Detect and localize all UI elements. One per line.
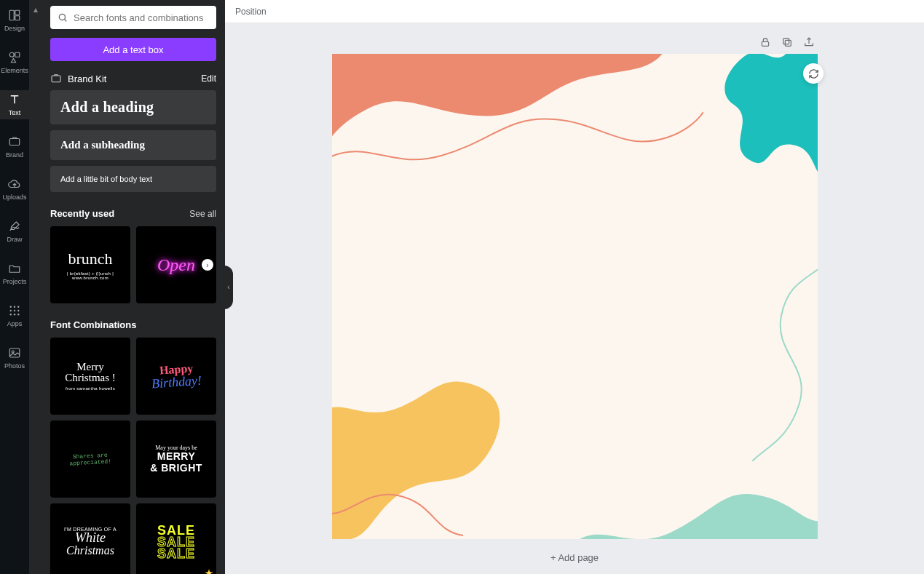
draw-icon <box>8 220 21 233</box>
tile-heading-text: Add a heading <box>60 99 206 116</box>
recent-thumb-brunch[interactable]: brunch | br(ekfast) + (l)unch | www.brun… <box>50 226 130 303</box>
carousel-next-icon[interactable]: › <box>202 259 213 271</box>
open-neon: Open <box>157 255 195 275</box>
rail-item-text[interactable]: Text <box>0 90 29 119</box>
see-all-link[interactable]: See all <box>189 209 216 219</box>
rail-item-design[interactable]: Design <box>0 6 29 35</box>
add-body-tile[interactable]: Add a little bit of body text <box>50 166 216 192</box>
rail-item-photos[interactable]: Photos <box>0 343 29 372</box>
svg-point-6 <box>10 306 12 308</box>
collapse-panel-button[interactable]: ‹ <box>224 266 233 309</box>
apps-icon <box>8 304 21 317</box>
brunch-main: brunch <box>68 250 112 268</box>
page-tools <box>759 36 815 48</box>
elements-icon <box>8 51 21 64</box>
svg-point-16 <box>12 351 14 353</box>
recent-thumb-open[interactable]: Open › <box>136 226 216 303</box>
main-area: Position <box>225 0 924 574</box>
rail-label: Projects <box>3 278 27 285</box>
sync-icon <box>808 68 819 79</box>
bright-line3: & BRIGHT <box>150 463 202 474</box>
svg-rect-5 <box>9 139 20 146</box>
svg-point-10 <box>14 310 15 311</box>
share-icon[interactable] <box>803 36 815 48</box>
search-icon <box>58 12 68 23</box>
svg-rect-1 <box>15 10 20 15</box>
combo-thumb-bright[interactable]: May your days be MERRY & BRIGHT <box>136 420 216 498</box>
svg-point-3 <box>9 52 14 57</box>
search-box[interactable] <box>50 6 216 29</box>
brand-kit-label: Brand Kit <box>68 73 106 84</box>
rail-label: Design <box>4 25 25 32</box>
svg-point-11 <box>17 310 19 311</box>
brandkit-icon <box>50 73 62 84</box>
white-line2: White <box>75 532 106 543</box>
happy-line2: Birthday! <box>151 372 202 391</box>
tile-sub-text: Add a subheading <box>60 139 206 151</box>
rail-item-brand[interactable]: Brand <box>0 132 29 162</box>
font-combos-label: Font Combinations <box>50 319 136 330</box>
add-text-box-button[interactable]: Add a text box <box>50 38 216 61</box>
tile-body-text: Add a little bit of body text <box>60 175 206 183</box>
add-page-button[interactable]: + Add page <box>332 552 818 563</box>
blob-mint <box>570 452 818 539</box>
rail-item-elements[interactable]: Elements <box>0 48 29 77</box>
uploads-icon <box>8 178 21 191</box>
text-icon <box>8 93 21 106</box>
rail-label: Draw <box>7 236 22 243</box>
search-input[interactable] <box>74 12 209 23</box>
lock-icon[interactable] <box>759 36 771 48</box>
blob-teal <box>701 54 818 214</box>
svg-point-8 <box>17 306 19 308</box>
combo-thumb-shares[interactable]: Shares are appreciated! <box>50 420 130 498</box>
sale-line3: SALE <box>157 548 195 559</box>
rail-item-projects[interactable]: Projects <box>0 259 29 288</box>
combo-thumb-sale[interactable]: SALE SALE SALE <box>136 503 216 574</box>
brand-icon <box>8 135 21 148</box>
position-button[interactable]: Position <box>235 7 266 17</box>
svg-point-9 <box>10 310 12 311</box>
canvas-wrap[interactable]: + Add page <box>225 23 924 574</box>
add-heading-tile[interactable]: Add a heading <box>50 90 216 124</box>
svg-rect-21 <box>783 39 789 44</box>
svg-point-13 <box>14 314 15 315</box>
blob-gold <box>332 372 536 539</box>
rail-label: Uploads <box>2 194 26 201</box>
photos-icon <box>8 346 21 359</box>
rail-label: Apps <box>7 320 23 327</box>
svg-rect-4 <box>15 52 20 57</box>
svg-rect-18 <box>52 76 60 82</box>
rail-item-draw[interactable]: Draw <box>0 217 29 246</box>
brand-kit-edit-link[interactable]: Edit <box>201 73 216 84</box>
bright-line2: MERRY <box>157 451 196 462</box>
design-icon <box>8 9 21 22</box>
brand-kit-row: Brand Kit Edit <box>50 73 216 84</box>
nav-rail: Design Elements Text Brand Uploads Draw … <box>0 0 29 574</box>
rail-label: Photos <box>4 362 25 370</box>
svg-point-7 <box>14 306 15 308</box>
duplicate-page-icon[interactable] <box>781 36 793 48</box>
add-subheading-tile[interactable]: Add a subheading <box>50 130 216 160</box>
sync-button[interactable] <box>803 63 824 84</box>
projects-icon <box>8 262 21 275</box>
text-panel: Add a text box Brand Kit Edit Add a head… <box>42 0 225 574</box>
svg-rect-19 <box>762 41 768 46</box>
brunch-sub2: www.brunch.com <box>72 276 108 280</box>
merry-line3: from samantha howells <box>66 386 115 391</box>
combo-thumb-white[interactable]: I'M DREAMING OF A White Christmas <box>50 503 130 574</box>
gutter: ▴ <box>29 0 42 574</box>
rail-item-apps[interactable]: Apps <box>0 301 29 330</box>
svg-point-12 <box>10 314 12 315</box>
top-toolbar: Position <box>225 0 924 23</box>
combo-thumb-happy[interactable]: Happy Birthday! <box>136 338 216 415</box>
blob-coral <box>332 54 703 207</box>
svg-rect-2 <box>15 16 20 20</box>
white-line3: Christmas <box>66 544 114 557</box>
svg-rect-0 <box>9 10 14 20</box>
shares-line: Shares are appreciated! <box>50 450 131 468</box>
chevron-up-icon: ▴ <box>33 4 38 15</box>
rail-item-uploads[interactable]: Uploads <box>0 175 29 204</box>
rail-label: Elements <box>1 67 28 74</box>
combo-thumb-merry[interactable]: Merry Christmas ! from samantha howells <box>50 338 130 415</box>
design-canvas[interactable] <box>332 54 818 539</box>
